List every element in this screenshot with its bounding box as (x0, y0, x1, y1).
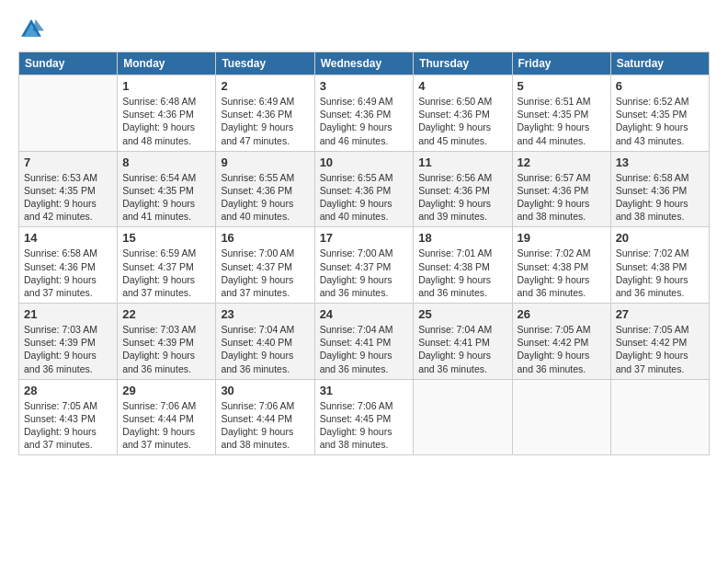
day-number: 16 (221, 231, 309, 245)
calendar-cell: 21Sunrise: 7:03 AMSunset: 4:39 PMDayligh… (19, 304, 118, 380)
calendar-cell: 1Sunrise: 6:48 AMSunset: 4:36 PMDaylight… (118, 75, 216, 152)
calendar-week-row: 28Sunrise: 7:05 AMSunset: 4:43 PMDayligh… (19, 379, 710, 455)
weekday-header-thursday: Thursday (414, 52, 512, 75)
day-info: Sunrise: 7:03 AMSunset: 4:39 PMDaylight:… (24, 323, 112, 375)
day-number: 4 (418, 79, 506, 93)
weekday-header-wednesday: Wednesday (314, 52, 414, 75)
calendar-cell: 30Sunrise: 7:06 AMSunset: 4:44 PMDayligh… (216, 379, 314, 455)
calendar-cell: 28Sunrise: 7:05 AMSunset: 4:43 PMDayligh… (19, 379, 118, 455)
calendar-cell: 5Sunrise: 6:51 AMSunset: 4:35 PMDaylight… (512, 75, 610, 152)
day-number: 7 (24, 155, 112, 169)
logo (18, 17, 48, 42)
day-info: Sunrise: 7:00 AMSunset: 4:37 PMDaylight:… (221, 247, 309, 299)
weekday-header-friday: Friday (512, 52, 610, 75)
calendar-cell: 7Sunrise: 6:53 AMSunset: 4:35 PMDaylight… (19, 151, 118, 227)
calendar-cell: 2Sunrise: 6:49 AMSunset: 4:36 PMDaylight… (216, 75, 314, 152)
weekday-header-saturday: Saturday (610, 52, 709, 75)
day-number: 26 (518, 307, 606, 321)
day-info: Sunrise: 7:04 AMSunset: 4:41 PMDaylight:… (320, 323, 409, 375)
calendar-cell: 6Sunrise: 6:52 AMSunset: 4:35 PMDaylight… (610, 75, 709, 152)
day-info: Sunrise: 7:03 AMSunset: 4:39 PMDaylight:… (122, 323, 210, 375)
day-number: 30 (221, 384, 309, 397)
calendar-cell: 3Sunrise: 6:49 AMSunset: 4:36 PMDaylight… (314, 75, 414, 152)
day-info: Sunrise: 6:59 AMSunset: 4:37 PMDaylight:… (122, 247, 210, 299)
day-info: Sunrise: 6:57 AMSunset: 4:36 PMDaylight:… (518, 171, 606, 224)
day-info: Sunrise: 6:50 AMSunset: 4:36 PMDaylight:… (418, 95, 506, 147)
calendar-cell: 11Sunrise: 6:56 AMSunset: 4:36 PMDayligh… (414, 151, 512, 227)
day-info: Sunrise: 7:02 AMSunset: 4:38 PMDaylight:… (616, 247, 704, 299)
day-info: Sunrise: 7:01 AMSunset: 4:38 PMDaylight:… (418, 247, 506, 299)
calendar-cell: 4Sunrise: 6:50 AMSunset: 4:36 PMDaylight… (414, 75, 512, 152)
day-number: 3 (320, 79, 409, 93)
day-info: Sunrise: 7:06 AMSunset: 4:44 PMDaylight:… (122, 399, 210, 452)
calendar-cell: 31Sunrise: 7:06 AMSunset: 4:45 PMDayligh… (314, 379, 414, 455)
calendar-cell (610, 379, 709, 455)
day-number: 6 (616, 79, 704, 93)
day-info: Sunrise: 6:55 AMSunset: 4:36 PMDaylight:… (320, 171, 409, 224)
day-info: Sunrise: 7:05 AMSunset: 4:42 PMDaylight:… (518, 323, 606, 375)
calendar-cell: 12Sunrise: 6:57 AMSunset: 4:36 PMDayligh… (512, 151, 610, 227)
day-info: Sunrise: 6:51 AMSunset: 4:35 PMDaylight:… (518, 95, 606, 147)
header (18, 17, 710, 42)
day-number: 10 (320, 155, 409, 169)
calendar-cell: 18Sunrise: 7:01 AMSunset: 4:38 PMDayligh… (414, 227, 512, 304)
day-number: 21 (24, 307, 112, 321)
day-info: Sunrise: 6:58 AMSunset: 4:36 PMDaylight:… (616, 171, 704, 224)
day-info: Sunrise: 6:49 AMSunset: 4:36 PMDaylight:… (221, 95, 309, 147)
day-number: 18 (418, 231, 506, 245)
day-info: Sunrise: 7:02 AMSunset: 4:38 PMDaylight:… (518, 247, 606, 299)
calendar-week-row: 14Sunrise: 6:58 AMSunset: 4:36 PMDayligh… (19, 227, 710, 304)
day-info: Sunrise: 6:55 AMSunset: 4:36 PMDaylight:… (221, 171, 309, 224)
calendar-cell: 14Sunrise: 6:58 AMSunset: 4:36 PMDayligh… (19, 227, 118, 304)
calendar-cell: 8Sunrise: 6:54 AMSunset: 4:35 PMDaylight… (118, 151, 216, 227)
day-info: Sunrise: 6:49 AMSunset: 4:36 PMDaylight:… (320, 95, 409, 147)
calendar-cell: 10Sunrise: 6:55 AMSunset: 4:36 PMDayligh… (314, 151, 414, 227)
calendar-cell: 26Sunrise: 7:05 AMSunset: 4:42 PMDayligh… (512, 304, 610, 380)
day-number: 8 (122, 155, 210, 169)
day-info: Sunrise: 6:53 AMSunset: 4:35 PMDaylight:… (24, 171, 112, 224)
day-number: 20 (616, 231, 704, 245)
day-number: 1 (122, 79, 210, 93)
day-info: Sunrise: 6:54 AMSunset: 4:35 PMDaylight:… (122, 171, 210, 224)
calendar-cell: 9Sunrise: 6:55 AMSunset: 4:36 PMDaylight… (216, 151, 314, 227)
day-info: Sunrise: 6:58 AMSunset: 4:36 PMDaylight:… (24, 247, 112, 299)
logo-icon (18, 17, 44, 42)
svg-marker-2 (33, 19, 44, 30)
calendar-week-row: 1Sunrise: 6:48 AMSunset: 4:36 PMDaylight… (19, 75, 710, 152)
calendar-cell: 25Sunrise: 7:04 AMSunset: 4:41 PMDayligh… (414, 304, 512, 380)
calendar-cell: 23Sunrise: 7:04 AMSunset: 4:40 PMDayligh… (216, 304, 314, 380)
day-info: Sunrise: 7:00 AMSunset: 4:37 PMDaylight:… (320, 247, 409, 299)
day-info: Sunrise: 7:05 AMSunset: 4:43 PMDaylight:… (24, 399, 112, 452)
page: SundayMondayTuesdayWednesdayThursdayFrid… (0, 0, 728, 563)
day-info: Sunrise: 7:04 AMSunset: 4:41 PMDaylight:… (418, 323, 506, 375)
calendar-cell: 22Sunrise: 7:03 AMSunset: 4:39 PMDayligh… (118, 304, 216, 380)
day-number: 2 (221, 79, 309, 93)
weekday-header-monday: Monday (118, 52, 216, 75)
day-info: Sunrise: 7:05 AMSunset: 4:42 PMDaylight:… (616, 323, 704, 375)
calendar-cell: 16Sunrise: 7:00 AMSunset: 4:37 PMDayligh… (216, 227, 314, 304)
weekday-header-row: SundayMondayTuesdayWednesdayThursdayFrid… (19, 52, 710, 75)
weekday-header-sunday: Sunday (19, 52, 118, 75)
day-info: Sunrise: 6:48 AMSunset: 4:36 PMDaylight:… (122, 95, 210, 147)
day-number: 17 (320, 231, 409, 245)
calendar-cell: 17Sunrise: 7:00 AMSunset: 4:37 PMDayligh… (314, 227, 414, 304)
day-info: Sunrise: 7:06 AMSunset: 4:44 PMDaylight:… (221, 399, 309, 452)
day-number: 28 (24, 384, 112, 397)
calendar-cell: 13Sunrise: 6:58 AMSunset: 4:36 PMDayligh… (610, 151, 709, 227)
day-number: 15 (122, 231, 210, 245)
day-info: Sunrise: 7:04 AMSunset: 4:40 PMDaylight:… (221, 323, 309, 375)
day-number: 27 (616, 307, 704, 321)
day-number: 14 (24, 231, 112, 245)
calendar-week-row: 7Sunrise: 6:53 AMSunset: 4:35 PMDaylight… (19, 151, 710, 227)
calendar-week-row: 21Sunrise: 7:03 AMSunset: 4:39 PMDayligh… (19, 304, 710, 380)
day-number: 23 (221, 307, 309, 321)
day-number: 13 (616, 155, 704, 169)
day-number: 22 (122, 307, 210, 321)
calendar-cell: 24Sunrise: 7:04 AMSunset: 4:41 PMDayligh… (314, 304, 414, 380)
day-info: Sunrise: 6:52 AMSunset: 4:35 PMDaylight:… (616, 95, 704, 147)
day-number: 24 (320, 307, 409, 321)
calendar-cell: 20Sunrise: 7:02 AMSunset: 4:38 PMDayligh… (610, 227, 709, 304)
day-number: 31 (320, 384, 409, 397)
day-number: 29 (122, 384, 210, 397)
calendar-cell (414, 379, 512, 455)
